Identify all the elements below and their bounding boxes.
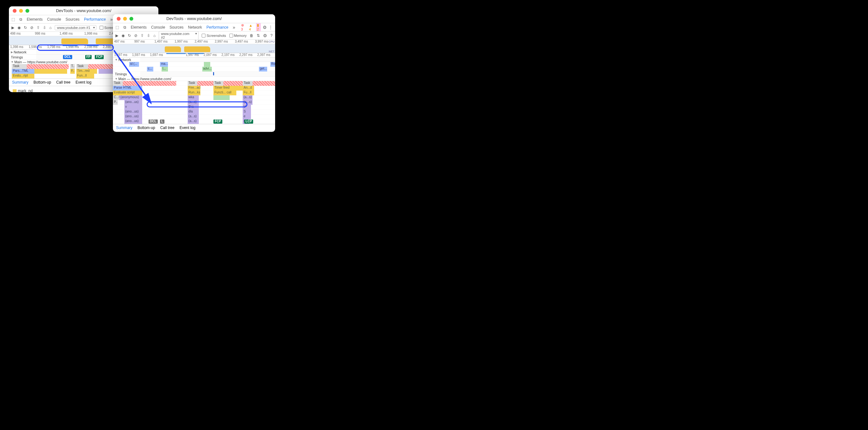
main-track-header[interactable]: ▼Main — https://www.youtube.com/ [113, 76, 275, 81]
inspect-icon[interactable]: ⬚ [11, 17, 15, 22]
inspect-icon[interactable]: ⬚ [116, 25, 119, 30]
flame-row-0[interactable]: Task Task Task Task [113, 81, 275, 86]
network-row-1[interactable]: id (... ma... Ro [113, 62, 275, 67]
window-title: DevTools - www.youtube.com/ [166, 16, 222, 21]
summary-name: mark_nd [18, 89, 33, 92]
download-icon[interactable]: ⇩ [147, 33, 150, 38]
recording-selector[interactable]: www.youtube.com #1 [55, 25, 96, 30]
flame-row-1[interactable]: Parse HTML Fire...ack Timer fired An...d [113, 86, 275, 91]
load-marker[interactable]: L [160, 120, 164, 124]
help-icon[interactable]: ? [270, 33, 273, 38]
close-icon[interactable] [117, 17, 121, 21]
net-label: NET [269, 50, 275, 53]
tab-elements[interactable]: Elements [131, 25, 147, 30]
fcp-marker[interactable]: FCP [95, 55, 104, 59]
tab-calltree[interactable]: Call tree [160, 126, 175, 130]
tab-eventlog[interactable]: Event log [75, 80, 91, 85]
tab-console[interactable]: Console [151, 25, 165, 30]
perf-toolbar: ▶ ◉ ↻ ⊘ ⇧ ⇩ ⌂ www.youtube.com #2 Screens… [113, 31, 275, 40]
record-icon[interactable]: ◉ [18, 26, 21, 30]
memory-checkbox[interactable]: Memory [229, 34, 247, 37]
upload-icon[interactable]: ⇧ [37, 26, 40, 30]
tab-summary[interactable]: Summary [12, 80, 28, 85]
minimize-icon[interactable] [19, 9, 23, 13]
traffic-lights [13, 9, 29, 13]
window-title: DevTools - www.youtube.com/ [56, 8, 111, 13]
flame-row-4[interactable]: P... (ano...us) (a...s) (a...s) [113, 100, 275, 105]
reload-icon[interactable]: ↻ [24, 26, 27, 30]
download-icon[interactable]: ⇩ [43, 26, 46, 30]
tab-elements[interactable]: Elements [27, 17, 42, 22]
titlebar[interactable]: DevTools - www.youtube.com/ [9, 6, 158, 15]
fp-marker[interactable]: FP [85, 55, 92, 59]
flame-row-6[interactable]: (ano...us) dla S [113, 110, 275, 114]
toggle-record-icon[interactable]: ▶ [11, 26, 14, 30]
tab-performance[interactable]: Performance [207, 25, 228, 30]
maximize-icon[interactable] [26, 9, 29, 13]
clear-icon[interactable]: ⊘ [134, 33, 137, 38]
kebab-icon[interactable]: ⋮ [269, 25, 273, 30]
maximize-icon[interactable] [129, 17, 133, 21]
tab-sources[interactable]: Sources [65, 17, 80, 22]
fcp-marker[interactable]: FCP [213, 120, 222, 124]
detail-tabs: Summary Bottom-up Call tree Event log [113, 124, 275, 132]
tab-summary[interactable]: Summary [116, 126, 132, 130]
home-icon[interactable]: ⌂ [49, 26, 52, 30]
warning-badge[interactable]: ▲ 4 [248, 24, 254, 31]
color-swatch [13, 89, 17, 92]
flame-row-3[interactable]: C...t (anonymous) wka (a...s) [113, 95, 275, 100]
network-track-header[interactable]: ▼Network [113, 58, 275, 62]
more-tabs-icon[interactable]: » [111, 17, 113, 22]
tab-network[interactable]: Network [188, 25, 202, 30]
flame-row-8[interactable]: (ano...us) DCL L (a...s) FCP (a...s) LCP [113, 119, 275, 124]
dcl-marker[interactable]: DCL [63, 55, 72, 59]
timing-tick [213, 72, 214, 75]
capture-settings-icon[interactable]: ⚙ [263, 33, 267, 38]
error-badge[interactable]: ⊗ 3 [240, 23, 246, 31]
device-icon[interactable]: ⧉ [123, 25, 126, 30]
cpu-label: CPU [269, 40, 275, 43]
titlebar[interactable]: DevTools - www.youtube.com/ [113, 14, 275, 23]
tab-console[interactable]: Console [47, 17, 61, 22]
overview-minimap[interactable]: NET [113, 44, 275, 53]
tab-eventlog[interactable]: Event log [179, 126, 195, 130]
lcp-marker[interactable]: LCP [244, 120, 253, 124]
minimize-icon[interactable] [123, 17, 127, 21]
upload-icon[interactable]: ⇧ [141, 33, 144, 38]
network-row-2[interactable]: c... l... advi... get... [113, 67, 275, 71]
tab-performance[interactable]: Performance [84, 17, 106, 22]
clear-icon[interactable]: ⊘ [30, 26, 33, 30]
settings-icon[interactable]: ⚙ [263, 25, 267, 30]
dcl-marker[interactable]: DCL [149, 120, 158, 124]
more-tabs-icon[interactable]: » [233, 25, 236, 30]
home-icon[interactable]: ⌂ [153, 33, 156, 38]
tab-bottomup[interactable]: Bottom-up [33, 80, 51, 85]
device-icon[interactable]: ⧉ [20, 17, 22, 22]
traffic-lights [117, 17, 133, 21]
tab-bottomup[interactable]: Bottom-up [137, 126, 155, 130]
reload-icon[interactable]: ↻ [128, 33, 131, 38]
tab-calltree[interactable]: Call tree [56, 80, 71, 85]
issues-badge[interactable]: ▮ 2 [256, 23, 261, 31]
close-icon[interactable] [13, 9, 17, 13]
flame-row-2[interactable]: Evaluate script Run...ks Functi... call … [113, 91, 275, 95]
overview-ruler: 497 ms997 ms1,497 ms1,997 ms2,497 ms2,99… [113, 40, 275, 44]
record-icon[interactable]: ◉ [122, 33, 125, 38]
summary-pane: mark_nd Timestamp1,905.8 ms 3rd party en… [113, 132, 275, 132]
devtools-window-2: DevTools - www.youtube.com/ ⬚ ⧉ Elements… [113, 14, 275, 132]
gc-icon[interactable]: 🗑 [250, 33, 253, 38]
devtools-tabs: ⬚ ⧉ Elements Console Sources Network Per… [113, 23, 275, 31]
screenshots-checkbox[interactable]: Screenshots [202, 34, 226, 37]
flame-row-5[interactable]: v $ka V [113, 105, 275, 110]
recording-selector[interactable]: www.youtube.com #2 [159, 31, 198, 40]
toggle-record-icon[interactable]: ▶ [116, 33, 118, 38]
shortcuts-icon[interactable]: ⇅ [257, 33, 260, 38]
tab-sources[interactable]: Sources [169, 25, 184, 30]
timings-track[interactable]: Timings [113, 71, 275, 76]
flame-row-7[interactable]: (ano...us) (a...s) e [113, 114, 275, 119]
